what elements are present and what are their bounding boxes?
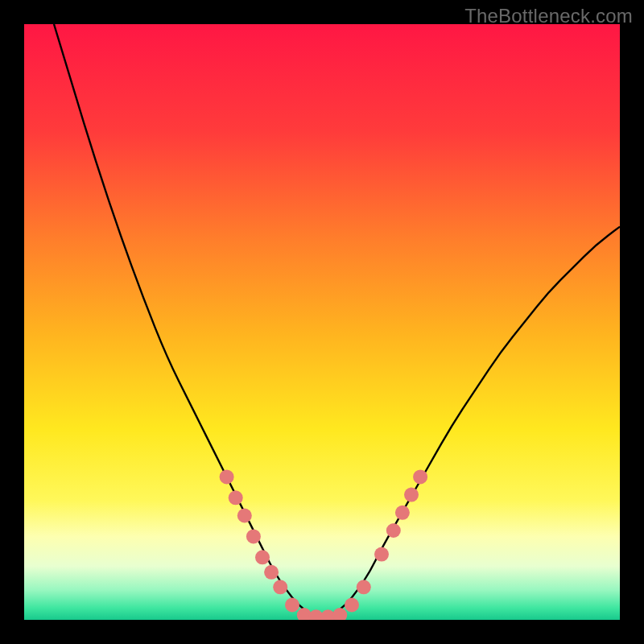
highlight-point xyxy=(246,529,261,543)
highlight-point xyxy=(255,550,270,564)
highlight-point xyxy=(413,469,427,484)
chart-frame: TheBottleneck.com xyxy=(0,0,644,644)
plot-background xyxy=(24,24,620,620)
highlight-point xyxy=(220,469,234,484)
highlight-point xyxy=(386,523,401,538)
bottleneck-chart xyxy=(24,24,620,620)
highlight-point xyxy=(273,580,287,594)
highlight-point xyxy=(395,506,410,520)
highlight-point xyxy=(285,598,299,613)
highlight-point xyxy=(229,490,243,505)
highlight-point xyxy=(237,509,252,523)
highlight-point xyxy=(374,547,389,562)
highlight-point xyxy=(357,580,371,594)
highlight-point xyxy=(264,565,279,580)
highlight-point xyxy=(345,598,359,613)
highlight-point xyxy=(404,488,419,502)
watermark-text: TheBottleneck.com xyxy=(464,5,633,27)
